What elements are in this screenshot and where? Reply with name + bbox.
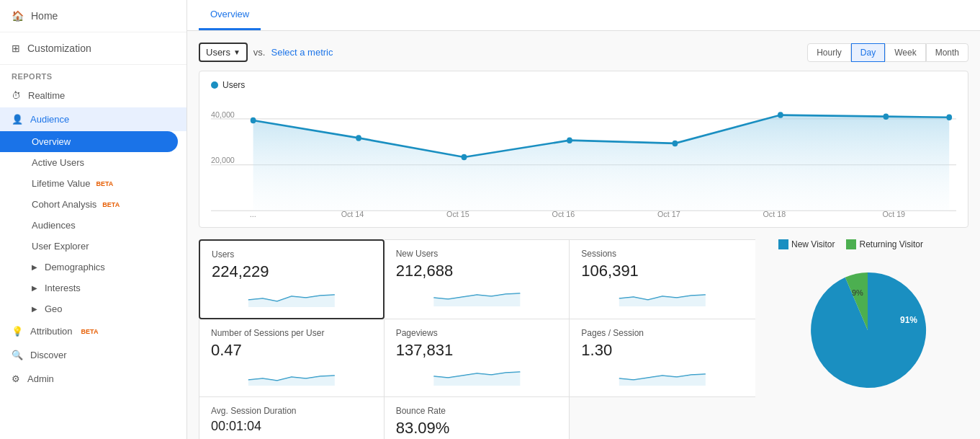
stat-label-users: Users <box>212 249 372 260</box>
realtime-icon: ⏱ <box>12 90 21 101</box>
svg-text:Oct 14: Oct 14 <box>341 209 364 218</box>
discover-label: Discover <box>30 350 67 360</box>
pie-area: New Visitor Returning Visitor <box>767 239 968 439</box>
stat-card-users[interactable]: Users 224,229 <box>199 239 385 319</box>
chart-area: Users 40,000 20,000 <box>199 71 968 228</box>
stat-label-pages-per-session: Pages / Session <box>581 328 744 338</box>
stat-label-bounce-rate: Bounce Rate <box>396 406 558 416</box>
realtime-label: Realtime <box>28 90 65 101</box>
stats-and-pie: Users 224,229 New Users 212,688 <box>199 239 968 439</box>
mini-chart-new-users <box>396 285 558 306</box>
svg-text:Oct 15: Oct 15 <box>446 209 469 218</box>
pie-legend-returning-visitor-label: Returning Visitor <box>859 239 923 249</box>
stat-label-sessions: Sessions <box>581 249 744 259</box>
sidebar-home[interactable]: 🏠 Home <box>0 0 186 32</box>
audience-icon: 👤 <box>12 114 23 125</box>
svg-text:40,000: 40,000 <box>211 110 235 118</box>
stat-card-bounce-rate[interactable]: Bounce Rate 83.09% <box>385 397 570 439</box>
discover-icon: 🔍 <box>12 350 23 360</box>
customization-icon: ⊞ <box>12 43 20 54</box>
svg-point-8 <box>567 137 572 143</box>
home-icon: 🏠 <box>12 10 24 22</box>
stat-value-bounce-rate: 83.09% <box>396 419 558 438</box>
stat-card-new-users[interactable]: New Users 212,688 <box>385 239 570 319</box>
sidebar-item-admin[interactable]: ⚙ Admin <box>0 367 186 391</box>
svg-text:...: ... <box>250 209 256 218</box>
time-buttons: Hourly Day Week Month <box>807 43 968 62</box>
dropdown-arrow-icon: ▼ <box>233 48 240 56</box>
mini-chart-sessions <box>581 285 744 306</box>
time-btn-hourly[interactable]: Hourly <box>807 43 851 62</box>
chevron-right-icon-2: ▶ <box>32 284 37 292</box>
reports-section-label: REPORTS <box>0 65 186 84</box>
cohort-analysis-beta: BETA <box>102 201 120 208</box>
sidebar-item-audience[interactable]: 👤 Audience <box>0 107 186 131</box>
select-metric-link[interactable]: Select a metric <box>271 47 333 58</box>
sidebar-item-discover[interactable]: 🔍 Discover <box>0 343 186 367</box>
svg-text:Oct 19: Oct 19 <box>882 209 905 218</box>
pie-legend: New Visitor Returning Visitor <box>778 239 957 249</box>
attribution-label: Attribution <box>30 326 73 337</box>
stat-card-avg-session-duration[interactable]: Avg. Session Duration 00:01:04 <box>199 397 385 439</box>
customization-label: Customization <box>27 43 91 54</box>
sidebar-subitem-demographics[interactable]: ▶ Demographics <box>0 257 186 278</box>
sidebar-subitem-audiences[interactable]: Audiences <box>0 215 186 236</box>
overview-label: Overview <box>32 136 71 147</box>
stat-card-sessions-per-user[interactable]: Number of Sessions per User 0.47 <box>199 319 385 397</box>
time-btn-day[interactable]: Day <box>851 43 885 62</box>
sidebar-item-attribution[interactable]: 💡 AttributionBETA <box>0 319 186 343</box>
home-label: Home <box>31 10 58 22</box>
svg-point-12 <box>946 115 952 121</box>
main-content: Overview Users ▼ vs. Select a metric Hou… <box>187 0 980 439</box>
svg-text:Oct 16: Oct 16 <box>552 209 575 218</box>
sidebar-item-realtime[interactable]: ⏱ Realtime <box>0 84 186 107</box>
time-btn-week[interactable]: Week <box>885 43 925 62</box>
stats-grid: Users 224,229 New Users 212,688 <box>199 239 755 439</box>
vs-text: vs. <box>253 47 266 58</box>
pie-chart-container: 91% 9% <box>778 258 957 402</box>
metric-dropdown-label: Users <box>206 47 230 58</box>
line-chart-svg: 40,000 20,000 ... <box>211 96 956 218</box>
sidebar-subitem-cohort-analysis[interactable]: Cohort AnalysisBETA <box>0 194 186 215</box>
sidebar-subitem-lifetime-value[interactable]: Lifetime ValueBETA <box>0 173 186 194</box>
interests-label: Interests <box>45 283 81 293</box>
stat-label-sessions-per-user: Number of Sessions per User <box>211 328 372 338</box>
legend-label: Users <box>222 80 245 90</box>
stat-value-users: 224,229 <box>212 262 372 281</box>
user-explorer-label: User Explorer <box>32 241 89 252</box>
audience-label: Audience <box>30 114 69 125</box>
mini-chart-spu <box>211 364 372 386</box>
sidebar-subitem-active-users[interactable]: Active Users <box>0 152 186 173</box>
geo-label: Geo <box>45 303 63 314</box>
stat-value-pageviews: 137,831 <box>396 341 558 360</box>
cohort-analysis-label: Cohort Analysis <box>32 199 96 210</box>
legend-dot <box>211 81 218 89</box>
svg-point-9 <box>673 141 678 147</box>
metric-dropdown[interactable]: Users ▼ <box>199 43 248 62</box>
svg-text:Oct 17: Oct 17 <box>657 209 680 218</box>
sidebar-subitem-interests[interactable]: ▶ Interests <box>0 278 186 298</box>
tab-overview[interactable]: Overview <box>199 0 261 30</box>
stat-card-empty <box>570 397 755 439</box>
chevron-right-icon: ▶ <box>32 263 37 271</box>
stat-card-sessions[interactable]: Sessions 106,391 <box>570 239 755 319</box>
sidebar-subitem-geo[interactable]: ▶ Geo <box>0 298 186 319</box>
stat-card-pages-per-session[interactable]: Pages / Session 1.30 <box>570 319 755 397</box>
svg-text:91%: 91% <box>900 315 917 325</box>
admin-label: Admin <box>27 373 54 384</box>
metric-left: Users ▼ vs. Select a metric <box>199 43 333 62</box>
tabs-bar: Overview <box>199 0 968 30</box>
mini-chart-users <box>212 285 372 307</box>
sidebar-subitem-overview[interactable]: Overview <box>0 131 178 152</box>
stat-value-avg-session-duration: 00:01:04 <box>211 419 372 434</box>
svg-point-7 <box>462 154 467 161</box>
stat-value-new-users: 212,688 <box>396 262 558 280</box>
stat-label-avg-session-duration: Avg. Session Duration <box>211 406 372 416</box>
metric-controls: Users ▼ vs. Select a metric Hourly Day W… <box>199 43 968 62</box>
pie-legend-new-visitor: New Visitor <box>778 239 835 249</box>
sidebar-subitem-user-explorer[interactable]: User Explorer <box>0 236 186 257</box>
time-btn-month[interactable]: Month <box>926 43 968 62</box>
sidebar-customization[interactable]: ⊞ Customization <box>0 32 186 65</box>
stat-card-pageviews[interactable]: Pageviews 137,831 <box>385 319 570 397</box>
stat-value-sessions: 106,391 <box>581 262 744 280</box>
